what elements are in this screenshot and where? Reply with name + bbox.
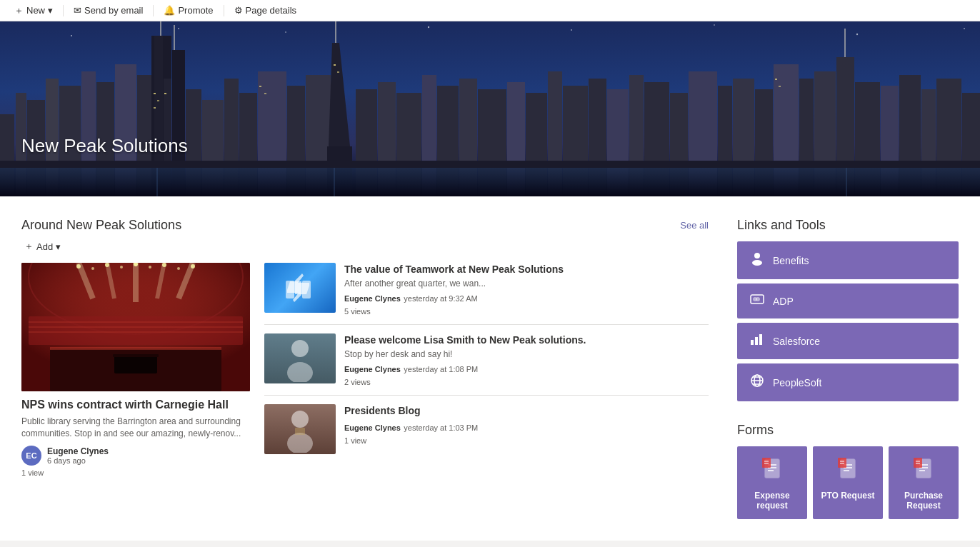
email-icon: ✉ — [74, 5, 81, 16]
salesforce-label: Salesforce — [773, 336, 820, 347]
svg-point-97 — [105, 263, 109, 267]
card-icon — [749, 293, 766, 308]
add-label: Add — [36, 241, 53, 252]
send-email-button[interactable]: ✉ Send by email — [68, 2, 149, 19]
forms-grid: Expense request — [737, 446, 959, 519]
add-button[interactable]: ＋ Add ▾ — [21, 239, 64, 254]
article-1-author: Eugene Clynes — [344, 294, 401, 303]
person-icon — [749, 251, 766, 269]
benefits-link[interactable]: Benefits — [737, 241, 959, 279]
svg-point-100 — [191, 264, 195, 269]
featured-excerpt: Public library serving the Barrington ar… — [21, 416, 250, 440]
send-email-label: Send by email — [84, 5, 143, 16]
svg-point-116 — [756, 297, 760, 301]
article-3-image — [264, 404, 336, 454]
svg-rect-90 — [114, 356, 157, 373]
article-1-excerpt: After another great quarter, we wan... — [344, 278, 709, 288]
svg-point-103 — [149, 266, 151, 269]
expense-icon — [762, 458, 782, 485]
peoplesoft-link[interactable]: PeopleSoft — [737, 363, 959, 401]
globe-icon — [749, 373, 766, 391]
article-1-author-line: Eugene Clynes yesterday at 9:32 AM — [344, 291, 709, 304]
svg-point-108 — [287, 362, 313, 382]
see-all-link[interactable]: See all — [680, 220, 709, 231]
svg-point-96 — [76, 264, 81, 269]
svg-point-113 — [752, 260, 762, 266]
promote-icon: 🔔 — [164, 5, 175, 16]
adp-label: ADP — [773, 296, 794, 307]
featured-image — [21, 263, 250, 391]
news-grid: NPS wins contract wirth Carnegie Hall Pu… — [21, 263, 709, 477]
side-article-1[interactable]: The value of Teamwork at New Peak Soluti… — [264, 263, 709, 325]
adp-link[interactable]: ADP — [737, 283, 959, 318]
svg-point-102 — [120, 266, 123, 269]
featured-author-avatar: EC — [21, 446, 41, 466]
salesforce-link[interactable]: Salesforce — [737, 323, 959, 359]
article-3-author-line: Eugene Clynes yesterday at 1:03 PM — [344, 421, 709, 433]
new-label: New — [26, 5, 45, 16]
svg-rect-95 — [29, 331, 243, 333]
article-2-image — [264, 333, 336, 383]
toolbar: ＋ New ▾ ✉ Send by email 🔔 Promote ⚙ Page… — [0, 0, 980, 21]
peoplesoft-label: PeopleSoft — [773, 377, 822, 388]
article-2-title: Please welcome Lisa Smith to New Peak so… — [344, 333, 709, 346]
article-2-excerpt: Stop by her desk and say hi! — [344, 349, 709, 359]
new-button[interactable]: ＋ New ▾ — [9, 1, 59, 20]
featured-author-time: 6 days ago — [47, 456, 109, 465]
svg-rect-138 — [838, 458, 846, 468]
article-2-views: 2 views — [344, 378, 709, 386]
svg-rect-89 — [50, 347, 221, 350]
forms-section-title: Forms — [737, 423, 959, 438]
page-details-label: Page details — [246, 5, 297, 16]
links-section-title: Links and Tools — [737, 218, 959, 233]
svg-rect-106 — [302, 281, 311, 298]
svg-rect-130 — [762, 458, 771, 468]
featured-views: 1 view — [21, 468, 250, 477]
gear-icon: ⚙ — [234, 5, 243, 16]
pto-label: PTO Request — [821, 491, 874, 501]
article-1-time-val: yesterday at 9:32 AM — [404, 294, 477, 303]
svg-point-104 — [177, 267, 180, 270]
article-3-views: 1 view — [344, 436, 709, 445]
svg-rect-146 — [914, 458, 922, 468]
article-1-image — [264, 263, 336, 313]
right-column: Links and Tools Benefits — [737, 218, 959, 519]
featured-author-info: Eugene Clynes 6 days ago — [47, 446, 109, 465]
article-2-time-val: yesterday at 1:08 PM — [404, 365, 478, 373]
svg-rect-118 — [755, 337, 758, 345]
page-details-button[interactable]: ⚙ Page details — [229, 2, 303, 19]
chevron-down-icon: ▾ — [48, 5, 53, 16]
purchase-icon — [914, 458, 934, 485]
svg-rect-94 — [29, 326, 243, 328]
news-section-title: Around New Peak Solutions — [21, 218, 181, 233]
side-articles: The value of Teamwork at New Peak Soluti… — [264, 263, 709, 477]
pto-icon — [838, 458, 858, 485]
article-1-views: 5 views — [344, 307, 709, 316]
promote-label: Promote — [178, 5, 213, 16]
forms-section: Forms — [737, 423, 959, 519]
svg-point-112 — [754, 253, 760, 259]
expense-request-tile[interactable]: Expense request — [737, 446, 807, 519]
featured-title: NPS wins contract wirth Carnegie Hall — [21, 398, 250, 411]
concert-hall-illustration — [21, 263, 250, 391]
svg-point-101 — [91, 267, 94, 270]
hero-title: New Peak Solutions — [21, 135, 188, 157]
side-article-3[interactable]: Presidents Blog Eugene Clynes yesterday … — [264, 404, 709, 463]
svg-rect-111 — [295, 428, 305, 435]
svg-rect-91 — [113, 354, 159, 357]
content-layout: Around New Peak Solutions See all ＋ Add … — [21, 218, 959, 519]
main-content: Around New Peak Solutions See all ＋ Add … — [0, 196, 980, 541]
svg-point-110 — [287, 433, 313, 453]
featured-article[interactable]: NPS wins contract wirth Carnegie Hall Pu… — [21, 263, 250, 477]
article-2-content: Please welcome Lisa Smith to New Peak so… — [344, 333, 709, 386]
promote-button[interactable]: 🔔 Promote — [158, 2, 219, 19]
divider-2 — [153, 5, 154, 16]
side-article-2[interactable]: Please welcome Lisa Smith to New Peak so… — [264, 333, 709, 396]
plus-icon: ＋ — [24, 240, 34, 253]
purchase-request-tile[interactable]: Purchase Request — [889, 446, 959, 519]
svg-point-109 — [291, 411, 309, 428]
divider-3 — [224, 5, 224, 16]
featured-author-row: EC Eugene Clynes 6 days ago — [21, 446, 250, 466]
plus-icon: ＋ — [14, 4, 24, 17]
pto-request-tile[interactable]: PTO Request — [813, 446, 883, 519]
